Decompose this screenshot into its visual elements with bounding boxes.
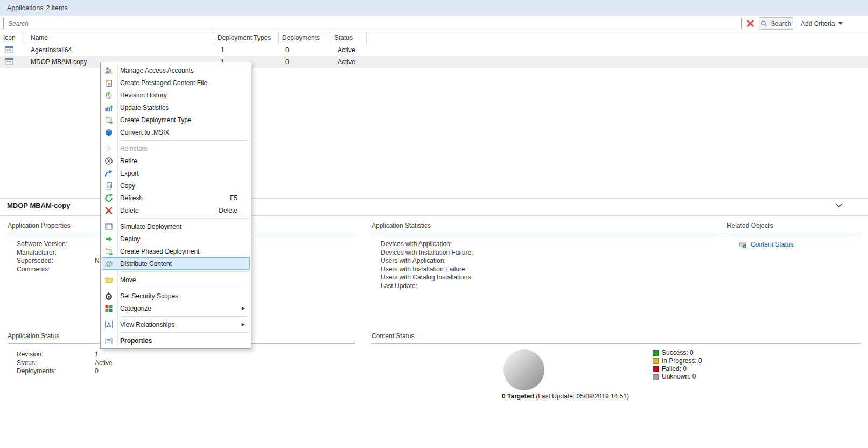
menu-item-delete[interactable]: Delete Delete bbox=[102, 204, 250, 216]
menu-item-label: View Relationships bbox=[120, 321, 174, 328]
targeted-count: 0 Targeted bbox=[502, 393, 534, 400]
menu-item-deploy[interactable]: Deploy bbox=[102, 233, 250, 245]
view-relationships-icon bbox=[104, 320, 113, 329]
related-objects-heading: Related Objects bbox=[727, 222, 860, 233]
menu-item-label: Refresh bbox=[120, 194, 143, 202]
submenu-arrow-icon: ▶ bbox=[242, 322, 245, 327]
statistic-label: Devices with Application: bbox=[381, 240, 473, 249]
context-menu: Manage Access Accounts Create Prestaged … bbox=[100, 62, 251, 349]
column-header-name[interactable]: Name bbox=[25, 32, 214, 44]
reinstate-play-icon bbox=[104, 144, 113, 153]
menu-separator bbox=[121, 316, 249, 317]
statistic-label: Users with Application: bbox=[381, 257, 473, 265]
collapse-panel-chevron-icon[interactable] bbox=[835, 203, 843, 208]
search-button[interactable]: Search bbox=[759, 17, 793, 30]
prestaged-content-file-icon bbox=[104, 79, 113, 87]
legend-item: Success: 0 bbox=[653, 349, 702, 357]
content-status-link[interactable]: Content Status bbox=[751, 241, 793, 248]
status-label: Deployments: bbox=[17, 367, 95, 376]
last-update-text: (Last Update: 05/09/2019 14:51) bbox=[534, 393, 629, 400]
menu-item-label: Manage Access Accounts bbox=[120, 67, 194, 74]
menu-item-export[interactable]: Export bbox=[102, 167, 250, 179]
page-title: Applications bbox=[7, 4, 43, 12]
menu-item-retire[interactable]: Retire bbox=[102, 155, 250, 167]
statistic-label: Last Update: bbox=[381, 282, 473, 291]
menu-item-label: Distribute Content bbox=[120, 260, 172, 268]
search-button-label: Search bbox=[771, 20, 791, 27]
property-label: Comments: bbox=[17, 265, 95, 274]
menu-item-label: Set Security Scopes bbox=[120, 292, 178, 300]
row-name: AgentInstall64 bbox=[25, 46, 214, 54]
menu-item-refresh[interactable]: Refresh F5 bbox=[102, 192, 250, 204]
table-row[interactable]: AgentInstall64 1 0 Active bbox=[0, 44, 868, 56]
application-icon bbox=[5, 58, 13, 65]
column-header-icon[interactable]: Icon bbox=[0, 32, 25, 44]
menu-item-shortcut: F5 bbox=[230, 194, 246, 202]
statistic-label: Users with Catalog Installations: bbox=[381, 274, 473, 282]
row-status: Active bbox=[331, 58, 367, 66]
legend-swatch-in-progress bbox=[653, 358, 659, 364]
menu-item-label: Create Phased Deployment bbox=[120, 248, 199, 255]
deploy-arrow-icon bbox=[104, 235, 113, 243]
menu-item-label: Retire bbox=[120, 157, 137, 165]
menu-separator bbox=[121, 140, 249, 141]
menu-item-label: Export bbox=[120, 170, 139, 177]
column-header-status[interactable]: Status bbox=[331, 32, 367, 44]
menu-item-reinstate[interactable]: Reinstate bbox=[102, 142, 250, 155]
application-statistics-heading: Application Statistics bbox=[372, 222, 722, 233]
clear-search-button[interactable] bbox=[744, 18, 757, 29]
menu-item-shortcut: Delete bbox=[219, 207, 246, 214]
menu-item-view-relationships[interactable]: View Relationships ▶ bbox=[102, 318, 250, 331]
menu-separator bbox=[121, 332, 249, 333]
menu-item-label: Properties bbox=[120, 337, 152, 345]
create-phased-deployment-icon bbox=[104, 247, 113, 256]
menu-item-label: Deploy bbox=[120, 235, 140, 243]
search-input[interactable] bbox=[3, 18, 742, 29]
submenu-arrow-icon: ▶ bbox=[242, 306, 245, 311]
column-header-deployments[interactable]: Deployments bbox=[279, 32, 331, 44]
move-folder-icon bbox=[104, 276, 113, 284]
menu-item-revision-history[interactable]: Revision History bbox=[102, 89, 250, 101]
property-label: Manufacturer: bbox=[17, 249, 95, 257]
menu-item-create-prestaged-content-file[interactable]: Create Prestaged Content File bbox=[102, 76, 250, 89]
statistic-label: Users with Installation Failure: bbox=[381, 265, 473, 274]
menu-item-label: Convert to .MSIX bbox=[120, 129, 169, 136]
list-column-headers: Icon Name Deployment Types Deployments S… bbox=[0, 32, 868, 44]
export-arrow-icon bbox=[104, 169, 113, 178]
add-criteria-dropdown[interactable]: Add Criteria bbox=[801, 17, 843, 30]
menu-item-properties[interactable]: Properties bbox=[102, 334, 250, 347]
menu-separator bbox=[121, 271, 249, 272]
menu-item-label: Update Statistics bbox=[120, 104, 169, 111]
menu-item-create-phased-deployment[interactable]: Create Phased Deployment bbox=[102, 245, 250, 257]
menu-item-manage-access-accounts[interactable]: Manage Access Accounts bbox=[102, 64, 250, 76]
menu-item-copy[interactable]: Copy bbox=[102, 179, 250, 192]
menu-item-label: Revision History bbox=[120, 92, 167, 99]
menu-item-simulate-deployment[interactable]: Simulate Deployment bbox=[102, 220, 250, 233]
statistic-label: Devices with Installation Failure: bbox=[381, 249, 473, 257]
status-label: Revision: bbox=[17, 351, 95, 359]
delete-x-icon bbox=[104, 206, 113, 215]
content-status-section: Content Status 0 Targeted (Last Update: … bbox=[372, 332, 860, 410]
menu-item-convert-to-msix[interactable]: Convert to .MSIX bbox=[102, 126, 250, 138]
row-deployments: 0 bbox=[279, 46, 331, 54]
menu-item-create-deployment-type[interactable]: Create Deployment Type bbox=[102, 114, 250, 126]
list-title-bar: Applications 2 items bbox=[0, 0, 868, 16]
clear-x-icon bbox=[746, 19, 754, 27]
search-icon bbox=[760, 20, 768, 27]
properties-icon bbox=[104, 337, 113, 345]
msix-cube-icon bbox=[104, 128, 113, 137]
content-status-heading: Content Status bbox=[372, 332, 860, 344]
menu-item-set-security-scopes[interactable]: Set Security Scopes bbox=[102, 290, 250, 302]
menu-item-move[interactable]: Move bbox=[102, 274, 250, 286]
menu-separator bbox=[121, 288, 249, 288]
column-header-deployment-types[interactable]: Deployment Types bbox=[214, 32, 279, 44]
menu-item-distribute-content[interactable]: Distribute Content bbox=[102, 257, 250, 270]
simulate-deployment-icon bbox=[104, 222, 113, 231]
distribute-content-icon bbox=[104, 260, 113, 268]
row-deployments: 0 bbox=[279, 58, 331, 66]
menu-item-categorize[interactable]: Categorize ▶ bbox=[102, 302, 250, 314]
copy-icon bbox=[104, 181, 113, 190]
menu-item-update-statistics[interactable]: Update Statistics bbox=[102, 101, 250, 114]
menu-item-label: Copy bbox=[120, 182, 135, 190]
status-value: 1 bbox=[95, 351, 355, 359]
